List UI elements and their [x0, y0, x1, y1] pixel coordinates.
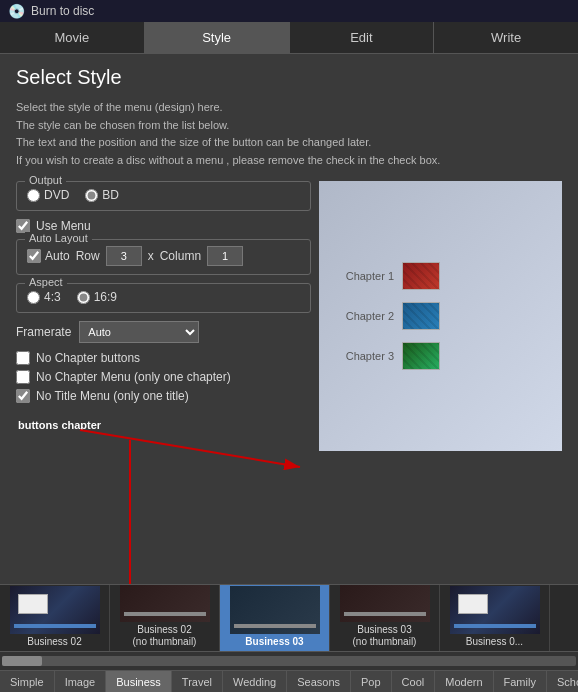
style-thumb-business03-no-thumb[interactable]: Business 03 (no thumbnail) [330, 584, 440, 652]
chapter-1-thumb [402, 262, 440, 290]
aspect-43-radio[interactable] [27, 291, 40, 304]
bottom-tab-simple[interactable]: Simple [0, 671, 55, 692]
no-chapter-buttons-label: No Chapter buttons [36, 351, 140, 365]
no-title-menu-check[interactable]: No Title Menu (only one title) [16, 389, 311, 403]
no-title-menu-input[interactable] [16, 389, 30, 403]
aspect-row: 4:3 16:9 [27, 290, 300, 304]
bottom-tab-pop[interactable]: Pop [351, 671, 392, 692]
chapter-2-thumb [402, 302, 440, 330]
bottom-tab-seasons[interactable]: Seasons [287, 671, 351, 692]
bar [234, 624, 316, 628]
output-label: Output [25, 174, 66, 186]
chapter-3-label: Chapter 3 [339, 350, 394, 362]
scrollbar-track[interactable] [2, 656, 576, 666]
aspect-label: Aspect [25, 276, 67, 288]
style-thumb-img-b03 [230, 586, 320, 634]
cross-label: x [148, 249, 154, 263]
aspect-43-label: 4:3 [44, 290, 61, 304]
no-chapter-buttons-input[interactable] [16, 351, 30, 365]
preview-content: Chapter 1 Chapter 2 Chapter 3 [319, 181, 562, 451]
chapter-row-3: Chapter 3 [339, 342, 440, 370]
aspect-group: Aspect 4:3 16:9 [16, 283, 311, 313]
two-column-layout: Output DVD BD Use Menu [16, 181, 562, 451]
style-thumb-img-b03nt [340, 584, 430, 622]
style-thumb-label-b02nt: Business 02 (no thumbnail) [133, 624, 197, 648]
style-thumb-label-b03nt: Business 03 (no thumbnail) [353, 624, 417, 648]
output-group: Output DVD BD [16, 181, 311, 211]
dvd-radio[interactable] [27, 189, 40, 202]
aspect-169-label: 16:9 [94, 290, 117, 304]
bar [14, 624, 96, 628]
column-label: Column [160, 249, 201, 263]
bottom-tab-school[interactable]: School [547, 671, 578, 692]
chapter-2-label: Chapter 2 [339, 310, 394, 322]
aspect-169-radio[interactable] [77, 291, 90, 304]
no-chapter-buttons-check[interactable]: No Chapter buttons [16, 351, 311, 365]
app-icon: 💿 [8, 3, 25, 19]
bottom-tab-cool[interactable]: Cool [392, 671, 436, 692]
no-title-menu-label: No Title Menu (only one title) [36, 389, 189, 403]
framerate-row: Framerate Auto NTSC PAL [16, 321, 311, 343]
bottom-tab-family[interactable]: Family [494, 671, 547, 692]
row-input[interactable] [106, 246, 142, 266]
auto-layout-group: Auto Layout Auto Row x Column [16, 239, 311, 275]
no-chapter-menu-label: No Chapter Menu (only one chapter) [36, 370, 231, 384]
bd-option[interactable]: BD [85, 188, 119, 202]
chapter-1-label: Chapter 1 [339, 270, 394, 282]
dvd-label: DVD [44, 188, 69, 202]
style-thumb-img-b02 [10, 586, 100, 634]
row-label: Row [76, 249, 100, 263]
bd-label: BD [102, 188, 119, 202]
deco [18, 594, 48, 614]
bottom-tab-business[interactable]: Business [106, 671, 172, 692]
framerate-select[interactable]: Auto NTSC PAL [79, 321, 199, 343]
style-thumb-label-b02: Business 02 [27, 636, 81, 648]
style-thumb-business0x[interactable]: Business 0... [440, 584, 550, 652]
tab-write[interactable]: Write [434, 22, 578, 53]
bar [454, 624, 536, 628]
style-thumb-business03[interactable]: Business 03 [220, 584, 330, 652]
title-bar-text: Burn to disc [31, 4, 94, 18]
chapter-3-thumb [402, 342, 440, 370]
scrollbar-thumb[interactable] [2, 656, 42, 666]
bottom-tabs: Simple Image Business Travel Wedding Sea… [0, 670, 578, 692]
left-column: Output DVD BD Use Menu [16, 181, 311, 451]
style-thumb-img-b0x [450, 586, 540, 634]
scrollbar-row [0, 652, 578, 670]
bottom-tab-wedding[interactable]: Wedding [223, 671, 287, 692]
aspect-169[interactable]: 16:9 [77, 290, 117, 304]
no-chapter-menu-check[interactable]: No Chapter Menu (only one chapter) [16, 370, 311, 384]
auto-checkbox[interactable] [27, 249, 41, 263]
use-menu-input[interactable] [16, 219, 30, 233]
bottom-tab-image[interactable]: Image [55, 671, 107, 692]
aspect-43[interactable]: 4:3 [27, 290, 61, 304]
main-content: Select Style Select the style of the men… [0, 54, 578, 459]
framerate-label: Framerate [16, 325, 71, 339]
bottom-tab-travel[interactable]: Travel [172, 671, 223, 692]
deco [458, 594, 488, 614]
style-strip: Business 02 Business 02 (no thumbnail) B… [0, 584, 578, 652]
description: Select the style of the menu (design) he… [16, 99, 562, 169]
no-chapter-menu-input[interactable] [16, 370, 30, 384]
bar [344, 612, 426, 616]
style-thumb-business02[interactable]: Business 02 [0, 584, 110, 652]
chapter-row-1: Chapter 1 [339, 262, 440, 290]
output-radio-row: DVD BD [27, 188, 300, 202]
bd-radio[interactable] [85, 189, 98, 202]
title-bar: 💿 Burn to disc [0, 0, 578, 22]
use-menu-checkbox[interactable]: Use Menu [16, 219, 311, 233]
style-thumb-label-b0x: Business 0... [466, 636, 523, 648]
style-thumb-business02-no-thumb[interactable]: Business 02 (no thumbnail) [110, 584, 220, 652]
bottom-tab-modern[interactable]: Modern [435, 671, 493, 692]
tab-movie[interactable]: Movie [0, 22, 145, 53]
page-title: Select Style [16, 66, 562, 89]
auto-checkbox-item[interactable]: Auto [27, 249, 70, 263]
bar [124, 612, 206, 616]
use-menu-label: Use Menu [36, 219, 91, 233]
tab-bar: Movie Style Edit Write [0, 22, 578, 54]
tab-style[interactable]: Style [145, 22, 290, 53]
tab-edit[interactable]: Edit [290, 22, 435, 53]
dvd-option[interactable]: DVD [27, 188, 69, 202]
column-input[interactable] [207, 246, 243, 266]
auto-layout-label: Auto Layout [25, 232, 92, 244]
